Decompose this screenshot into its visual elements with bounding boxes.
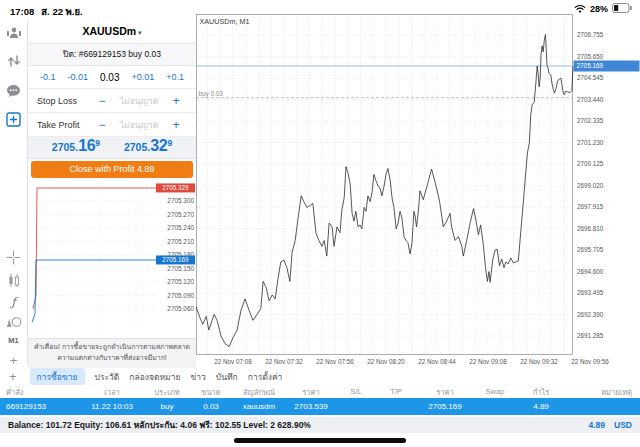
stop-loss-decrease[interactable]: − <box>91 94 113 108</box>
take-profit-decrease[interactable]: − <box>91 118 113 132</box>
svg-text:2697.915: 2697.915 <box>577 203 604 210</box>
trade-arrows-icon[interactable] <box>0 53 27 73</box>
objects-icon[interactable] <box>0 315 27 333</box>
sidebar-add-icon[interactable]: + <box>0 353 27 368</box>
table-header-cell: ประเภท <box>144 386 190 398</box>
svg-text:2695.705: 2695.705 <box>577 246 604 253</box>
volume-value[interactable]: 0.03 <box>100 72 119 83</box>
stop-loss-value[interactable]: ไม่อนุญาต <box>113 94 165 108</box>
svg-text:2694.600: 2694.600 <box>577 268 604 275</box>
tab-4[interactable]: ข่าว <box>190 370 205 384</box>
symbol-name: XAUUSDm <box>82 25 136 37</box>
table-cell: xauusdm <box>232 402 286 411</box>
bid-ask-row: 2705.169 2705.329 <box>28 137 196 159</box>
take-profit-increase[interactable]: + <box>165 118 187 132</box>
svg-text:2705.169: 2705.169 <box>162 256 189 263</box>
svg-text:2705.300: 2705.300 <box>167 197 194 204</box>
svg-text:2705.169: 2705.169 <box>577 62 604 69</box>
svg-text:2705.270: 2705.270 <box>167 211 194 218</box>
positions-table-header: คำสั่งเวลาประเภทขนาดสัญลักษณ์ราคาS/LT/Pร… <box>0 385 640 398</box>
position-row[interactable]: 66912915311.22 10:03buy0.03xauusdm2703.5… <box>0 398 640 415</box>
position-summary: ปิด: #669129153 buy 0.03 <box>28 44 196 66</box>
table-cell: 669129153 <box>0 402 80 411</box>
left-toolbar: ƒ M1 + <box>0 20 27 370</box>
tab-3[interactable]: กล่องจดหมาย <box>129 370 180 384</box>
balance-summary: Balance: 101.72 Equity: 106.61 หลักประกั… <box>8 418 589 432</box>
app-screen: 17:08ส. 22 พ.ย. 28% <box>0 0 640 447</box>
svg-text:22 Nov 07:32: 22 Nov 07:32 <box>265 358 303 365</box>
order-panel: XAUUSDm▾ ปิด: #669129153 buy 0.03 -0.1 -… <box>27 20 196 365</box>
volume-plus-big[interactable]: +0.1 <box>166 72 184 82</box>
bottom-tab-bar: + การซื้อขายประวัติกล่องจดหมายข่าวบันทึก… <box>0 368 640 385</box>
svg-text:22 Nov 07:56: 22 Nov 07:56 <box>316 358 354 365</box>
table-header-cell: สัญลักษณ์ <box>232 386 286 398</box>
svg-text:22 Nov 07:08: 22 Nov 07:08 <box>214 358 252 365</box>
profit-currency: USD <box>614 420 632 430</box>
tab-6[interactable]: การตั้งค่า <box>248 370 283 384</box>
new-order-icon[interactable] <box>0 112 27 131</box>
close-position-button[interactable]: Close with Profit 4.89 <box>31 161 193 178</box>
status-time-date: 17:08ส. 22 พ.ย. <box>10 4 83 19</box>
price-chart[interactable]: 2706.7552705.6502704.5452703.4402702.335… <box>196 14 640 368</box>
svg-text:buy 0.03: buy 0.03 <box>199 90 224 98</box>
svg-text:2705.650: 2705.650 <box>577 53 604 60</box>
svg-text:2706.755: 2706.755 <box>577 31 604 38</box>
take-profit-row: Take Profit − ไม่อนุญาต + <box>28 113 196 137</box>
tab-5[interactable]: บันทึก <box>216 370 238 384</box>
volume-row: -0.1 -0.01 0.03 +0.01 +0.1 <box>28 66 196 89</box>
svg-text:2705.060: 2705.060 <box>167 305 194 312</box>
chat-icon[interactable] <box>0 84 27 102</box>
svg-text:2705.210: 2705.210 <box>167 238 194 245</box>
tab-1[interactable]: การซื้อขาย <box>30 368 85 385</box>
quotes-icon[interactable] <box>0 26 27 44</box>
add-tab-icon[interactable]: + <box>9 372 17 382</box>
price-chart-svg[interactable]: 2706.7552705.6502704.5452703.4402702.335… <box>196 14 640 368</box>
table-header-cell: Swap <box>474 387 516 396</box>
svg-text:22 Nov 08:44: 22 Nov 08:44 <box>418 358 456 365</box>
svg-text:2692.390: 2692.390 <box>577 311 604 318</box>
crosshair-icon[interactable] <box>0 250 27 269</box>
svg-text:22 Nov 08:20: 22 Nov 08:20 <box>367 358 405 365</box>
svg-text:2705.120: 2705.120 <box>167 278 194 285</box>
tab-2[interactable]: ประวัติ <box>95 370 120 384</box>
table-header-cell: กำไร <box>516 386 566 398</box>
stop-loss-increase[interactable]: + <box>165 94 187 108</box>
bid-price: 2705.169 <box>52 137 100 155</box>
clock: 17:08 <box>10 6 34 17</box>
svg-text:22 Nov 09:32: 22 Nov 09:32 <box>520 358 558 365</box>
table-header-cell: เวลา <box>80 386 144 398</box>
svg-text:2705.240: 2705.240 <box>167 224 194 231</box>
table-header-cell: ขนาด <box>190 386 232 398</box>
table-header-cell: T/P <box>376 387 416 396</box>
wifi-icon <box>574 4 586 15</box>
table-cell: 4.89 <box>516 402 566 411</box>
volume-minus-big[interactable]: -0.1 <box>40 72 56 82</box>
table-cell: 2705.169 <box>416 402 474 411</box>
svg-text:2705.150: 2705.150 <box>167 265 194 272</box>
svg-text:2696.810: 2696.810 <box>577 225 604 232</box>
svg-text:2702.335: 2702.335 <box>577 117 604 124</box>
execution-warning: คำเตือน! การซื้อขายจะถูกดำเนินการตามสภาพ… <box>28 338 196 371</box>
table-cell: 0.03 <box>190 402 232 411</box>
volume-plus-small[interactable]: +0.01 <box>131 72 154 82</box>
svg-text:2705.090: 2705.090 <box>167 292 194 299</box>
total-profit: 4.89 <box>589 420 606 430</box>
stop-loss-label: Stop Loss <box>37 96 91 106</box>
svg-text:2693.495: 2693.495 <box>577 289 604 296</box>
indicators-icon[interactable]: ƒ <box>0 292 27 310</box>
chevron-down-icon: ▾ <box>138 29 142 36</box>
home-indicator[interactable] <box>234 438 406 443</box>
svg-text:22 Nov 09:56: 22 Nov 09:56 <box>571 358 609 365</box>
svg-text:2705.329: 2705.329 <box>162 184 189 191</box>
svg-text:2701.230: 2701.230 <box>577 139 604 146</box>
tick-chart-svg: 2705.3002705.2702705.2402705.2102705.180… <box>28 181 197 338</box>
symbol-selector[interactable]: XAUUSDm▾ <box>28 20 196 44</box>
svg-text:2691.285: 2691.285 <box>577 332 604 339</box>
timeframe-button[interactable]: M1 <box>0 336 27 345</box>
battery-percent: 28% <box>590 4 608 14</box>
volume-minus-small[interactable]: -0.01 <box>68 72 89 82</box>
chart-type-candles-icon[interactable] <box>0 273 27 292</box>
table-cell: buy <box>144 402 190 411</box>
take-profit-value[interactable]: ไม่อนุญาต <box>113 118 165 132</box>
table-header-cell: S/L <box>336 387 376 396</box>
